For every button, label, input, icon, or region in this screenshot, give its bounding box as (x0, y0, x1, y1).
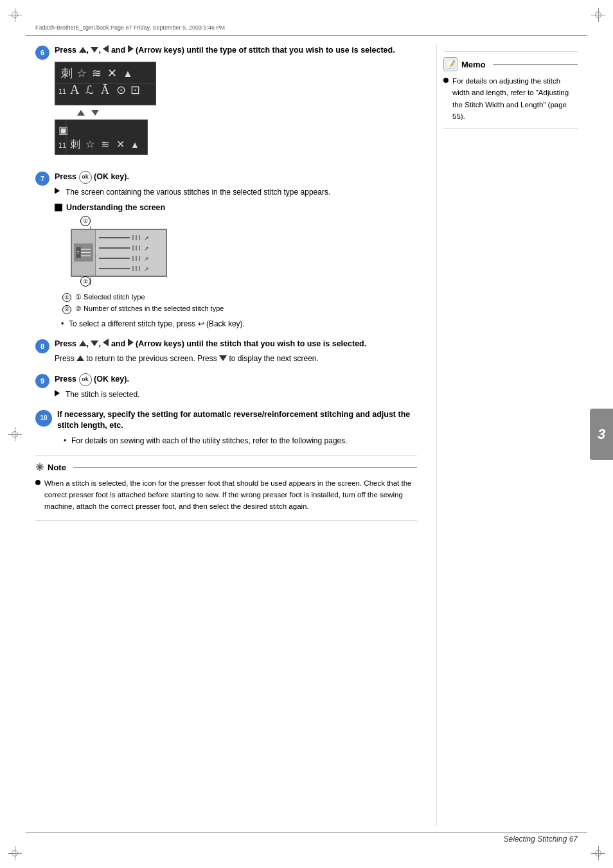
memo-box: 📝 Memo For details on adjusting the stit… (443, 51, 578, 128)
svg-text:▲: ▲ (123, 68, 133, 79)
step-8-content: Press , , and (Arrow keys) until the sti… (55, 339, 417, 364)
svg-text:A: A (70, 82, 80, 96)
screen-right-panel: ↗ ↗ ↗ (96, 230, 170, 276)
legend-item-1: ① ① Selected stitch type (55, 292, 417, 303)
step-8-body: Press to return to the previous screen. … (55, 353, 417, 364)
memo-title: 📝 Memo (443, 57, 578, 71)
step-9-content: Press ok (OK key). The stitch is selecte… (55, 373, 417, 400)
svg-text:✕: ✕ (116, 139, 125, 150)
square-icon (55, 204, 62, 211)
svg-text:↗: ↗ (144, 245, 149, 252)
legend-num-2: ② (62, 305, 71, 314)
reg-mark-ml (8, 427, 22, 441)
svg-text:↗: ↗ (144, 256, 149, 262)
step-9-block: 9 Press ok (OK key). The stitch is selec… (35, 373, 417, 400)
svg-text:☆: ☆ (85, 139, 94, 150)
svg-text:11: 11 (58, 141, 66, 149)
note-item-1: When a stitch is selected, the icon for … (35, 477, 417, 513)
step-10-number: 10 (35, 410, 52, 427)
page-footer: Selecting Stitching 67 (35, 835, 578, 844)
stitch-grid-svg-bottom: ▣ 11 刺 ☆ ≋ ✕ ▲ (55, 120, 148, 155)
step-9-body: The stitch is selected. (55, 389, 417, 400)
svg-text:ℒ: ℒ (85, 84, 94, 96)
header-line (26, 35, 587, 36)
note-title: ✳ Note (35, 461, 417, 474)
step-6-content: Press , , and (Arrow keys) until the typ… (55, 45, 417, 162)
svg-text:≋: ≋ (92, 67, 102, 80)
svg-text:刺: 刺 (70, 139, 80, 150)
right-column: 📝 Memo For details on adjusting the stit… (436, 45, 578, 826)
screen-left-panel: 7 (72, 230, 96, 276)
callout-1: ① (80, 216, 91, 226)
step-7-body1: The screen containing the various stitch… (55, 186, 417, 198)
step-8-number: 8 (35, 339, 49, 353)
reg-mark-br (591, 846, 605, 860)
stitch-icon-svg: 7 (75, 244, 93, 261)
step-9-number: 9 (35, 374, 49, 388)
step-9-title: Press ok (OK key). (55, 373, 417, 386)
step-6-block: 6 Press , , and (Arrow keys) until the t… (35, 45, 417, 162)
step-10-bullet-1: For details on sewing with each of the u… (64, 435, 417, 447)
memo-item-1: For details on adjusting the stitch widt… (443, 75, 578, 123)
step-8-title: Press , , and (Arrow keys) until the sti… (55, 339, 417, 350)
svg-text:▲: ▲ (130, 140, 139, 150)
svg-text:✕: ✕ (107, 67, 117, 80)
reg-mark-bl (8, 846, 22, 860)
content-area: 6 Press , , and (Arrow keys) until the t… (35, 45, 578, 826)
svg-text:7: 7 (76, 250, 80, 256)
stitch-lines-svg: ↗ ↗ ↗ (98, 233, 168, 273)
note-star-icon: ✳ (35, 461, 44, 474)
step-7-bullets: To select a different stitch type, press… (61, 318, 417, 330)
step-7-number: 7 (35, 172, 49, 186)
screen-diagram: ① (61, 216, 190, 287)
footer-line (26, 832, 587, 833)
memo-title-line (493, 64, 578, 65)
svg-text:↗: ↗ (144, 266, 149, 272)
step-10-title: If necessary, specify the setting for au… (57, 409, 417, 432)
note-title-line (73, 467, 417, 468)
stitch-grid-top-container: 刺 ☆ ≋ ✕ ▲ 11 A ℒ Ā ⊙ ⊡ (55, 62, 417, 107)
file-info: F3dash-BrotherE_sgml.book Page 67 Friday… (35, 24, 225, 31)
memo-icon: 📝 (443, 57, 458, 71)
chapter-tab: 3 (590, 409, 613, 460)
svg-text:⊡: ⊡ (130, 84, 140, 96)
svg-text:11: 11 (58, 87, 66, 95)
svg-text:☆: ☆ (76, 67, 87, 80)
note-box: ✳ Note When a stitch is selected, the ic… (35, 456, 417, 521)
svg-text:▣: ▣ (58, 125, 68, 136)
step-10-block: 10 If necessary, specify the setting for… (35, 409, 417, 447)
ok-key-9: ok (79, 373, 92, 386)
step-10-content: If necessary, specify the setting for au… (57, 409, 417, 447)
step-7-content: Press ok (OK key). The screen containing… (55, 171, 417, 330)
ok-key-7: ok (79, 171, 92, 184)
svg-text:↗: ↗ (144, 235, 149, 242)
stitch-type-icon: 7 (74, 244, 93, 261)
left-column: 6 Press , , and (Arrow keys) until the t… (35, 45, 423, 826)
step-10-bullets: For details on sewing with each of the u… (64, 435, 417, 447)
understanding-screen-heading: Understanding the screen (55, 203, 417, 212)
legend-num-1: ① (62, 293, 71, 302)
reg-mark-tr (591, 8, 605, 22)
stitch-grid-svg-top: 刺 ☆ ≋ ✕ ▲ 11 A ℒ Ā ⊙ ⊡ (55, 62, 156, 105)
step-6-title: Press , , and (Arrow keys) until the typ… (55, 45, 417, 57)
svg-text:⊙: ⊙ (116, 84, 126, 96)
step-6-number: 6 (35, 46, 49, 60)
footer-text: Selecting Stitching 67 (504, 835, 578, 844)
step-7-title: Press ok (OK key). (55, 171, 417, 184)
svg-text:刺: 刺 (61, 67, 73, 80)
legend-item-2: ② ② Number of stitches in the selected s… (55, 303, 417, 314)
screen-display: 7 ↗ (71, 229, 167, 277)
stitch-grid-bottom-container: ▣ 11 刺 ☆ ≋ ✕ ▲ (55, 120, 417, 157)
svg-text:Ā: Ā (101, 84, 109, 96)
reg-mark-tl (8, 8, 22, 22)
step-7-bullet-1: To select a different stitch type, press… (61, 318, 417, 330)
svg-text:≋: ≋ (101, 139, 109, 150)
memo-bullet-1 (443, 78, 449, 83)
arrow-row-6 (77, 110, 417, 116)
step-8-block: 8 Press , , and (Arrow keys) until the s… (35, 339, 417, 364)
callout-2: ② (80, 276, 91, 287)
note-bullet-1 (35, 480, 40, 485)
step-7-block: 7 Press ok (OK key). The screen containi… (35, 171, 417, 330)
screen-legend: ① ① Selected stitch type ② ② Number of s… (55, 292, 417, 315)
